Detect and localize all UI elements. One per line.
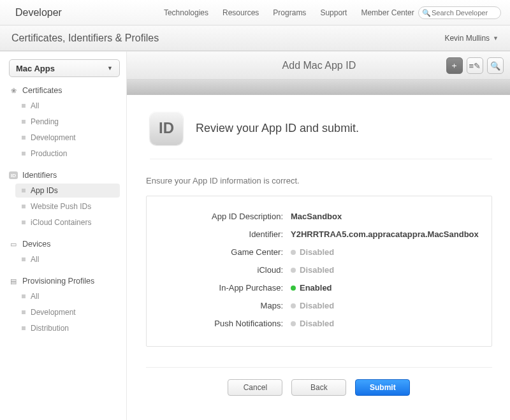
square-icon xyxy=(22,205,26,208)
row-identifier: Identifier: Y2HRRTRAA5.com.appracatappra… xyxy=(159,229,479,239)
steel-bar xyxy=(127,80,510,95)
sidebar-item-cert-pending[interactable]: Pending xyxy=(15,115,120,129)
sidebar-item-label: App IDs xyxy=(31,186,58,195)
sidebar-item-cert-production[interactable]: Production xyxy=(15,147,120,161)
sidebar-item-label: All xyxy=(31,292,39,301)
ribbon-icon: ❀ xyxy=(9,86,18,95)
user-name: Kevin Mullins xyxy=(444,34,490,43)
sidebar-head-label: Identifiers xyxy=(22,171,57,180)
field-label: Push Notifications: xyxy=(159,319,291,328)
search-button[interactable]: 🔍 xyxy=(487,57,504,74)
sidebar-item-devices-all[interactable]: All xyxy=(15,252,120,266)
field-label: App ID Description: xyxy=(159,212,291,221)
cancel-button[interactable]: Cancel xyxy=(228,379,282,396)
sidebar-item-label: All xyxy=(31,101,39,110)
field-value: Enabled xyxy=(291,283,332,293)
sidebar-item-label: Website Push IDs xyxy=(31,202,91,211)
sidebar-item-prov-all[interactable]: All xyxy=(15,289,120,303)
status-text: Enabled xyxy=(300,283,332,293)
sidebar-item-label: Pending xyxy=(31,117,59,126)
row-push: Push Notifications: Disabled xyxy=(159,319,479,328)
status-text: Disabled xyxy=(300,247,334,257)
sidebar-item-prov-distribution[interactable]: Distribution xyxy=(15,321,120,335)
nav-programs[interactable]: Programs xyxy=(273,8,306,17)
status-dot-icon xyxy=(291,268,296,273)
app-id-panel: App ID Description: MacSandbox Identifie… xyxy=(146,196,492,347)
status-text: Disabled xyxy=(300,301,334,310)
submit-button[interactable]: Submit xyxy=(355,379,410,396)
content-inner: ID Review your App ID and submit. Ensure… xyxy=(127,95,510,420)
review-head: ID Review your App ID and submit. xyxy=(150,112,492,159)
chevron-down-icon: ▼ xyxy=(493,35,499,41)
search-input[interactable] xyxy=(418,6,501,19)
document-icon: ▤ xyxy=(9,277,18,286)
field-label: In-App Purchase: xyxy=(159,283,291,293)
square-icon xyxy=(22,120,26,124)
sidebar-item-website-push-ids[interactable]: Website Push IDs xyxy=(15,199,120,214)
square-icon xyxy=(22,257,26,261)
content: Add Mac App ID ＋ ≡✎ 🔍 ID Review your App… xyxy=(127,52,510,420)
nav-technologies[interactable]: Technologies xyxy=(164,8,208,17)
sidebar-item-label: iCloud Containers xyxy=(31,218,91,227)
row-iap: In-App Purchase: Enabled xyxy=(159,283,479,293)
sidebar-head-identifiers[interactable]: ID Identifiers xyxy=(9,171,120,180)
user-menu[interactable]: Kevin Mullins ▼ xyxy=(444,34,499,43)
sidebar-head-devices[interactable]: ▭ Devices xyxy=(9,240,120,249)
status-dot-icon xyxy=(291,303,296,308)
row-maps: Maps: Disabled xyxy=(159,301,479,310)
subheader: Certificates, Identifiers & Profiles Kev… xyxy=(0,25,510,51)
sidebar-section-certificates: ❀ Certificates All Pending Development P… xyxy=(9,86,120,161)
sidebar-item-label: Development xyxy=(31,133,76,142)
status-text: Disabled xyxy=(300,265,334,275)
footer-buttons: Cancel Back Submit xyxy=(146,367,492,405)
sidebar-item-icloud-containers[interactable]: iCloud Containers xyxy=(15,215,120,229)
sidebar-item-label: All xyxy=(31,255,39,264)
square-icon xyxy=(22,221,26,224)
sidebar-item-prov-development[interactable]: Development xyxy=(15,305,120,319)
sidebar-item-app-ids[interactable]: App IDs xyxy=(15,184,120,198)
search-icon: 🔍 xyxy=(490,61,500,71)
sidebar-head-label: Provisioning Profiles xyxy=(22,277,94,286)
row-description: App ID Description: MacSandbox xyxy=(159,212,479,221)
edit-button[interactable]: ≡✎ xyxy=(467,57,483,74)
nav-member-center[interactable]: Member Center xyxy=(361,8,414,17)
sidebar-item-label: Production xyxy=(31,149,67,158)
search-wrap: 🔍 xyxy=(418,6,501,19)
field-label: Identifier: xyxy=(159,229,291,239)
main-layout: Mac Apps ▼ ❀ Certificates All Pending De… xyxy=(0,51,510,420)
nav-resources[interactable]: Resources xyxy=(222,8,259,17)
sidebar-section-devices: ▭ Devices All xyxy=(9,240,120,266)
sidebar-item-label: Distribution xyxy=(31,324,69,333)
square-icon xyxy=(22,136,26,140)
sidebar-head-certificates[interactable]: ❀ Certificates xyxy=(9,86,120,95)
field-value: MacSandbox xyxy=(291,212,342,221)
id-card-icon: ID xyxy=(9,171,18,179)
topnav-links: Technologies Resources Programs Support … xyxy=(164,8,414,17)
sidebar-item-cert-development[interactable]: Development xyxy=(15,131,120,145)
sidebar-section-identifiers: ID Identifiers App IDs Website Push IDs … xyxy=(9,171,120,229)
content-topbar: Add Mac App ID ＋ ≡✎ 🔍 xyxy=(127,52,510,80)
sidebar-item-cert-all[interactable]: All xyxy=(15,99,120,113)
field-label: Game Center: xyxy=(159,247,291,257)
back-button[interactable]: Back xyxy=(291,379,346,396)
sidebar: Mac Apps ▼ ❀ Certificates All Pending De… xyxy=(0,52,127,420)
plus-icon: ＋ xyxy=(450,60,458,71)
add-button[interactable]: ＋ xyxy=(446,57,463,74)
top-nav: Developer Technologies Resources Program… xyxy=(0,0,510,25)
sidebar-head-provisioning[interactable]: ▤ Provisioning Profiles xyxy=(9,277,120,286)
platform-select[interactable]: Mac Apps ▼ xyxy=(9,59,120,77)
brand-label: Developer xyxy=(15,7,62,18)
field-value: Y2HRRTRAA5.com.appracatappra.MacSandbox xyxy=(291,229,479,239)
status-text: Disabled xyxy=(300,319,334,328)
square-icon xyxy=(22,104,26,108)
square-icon xyxy=(22,189,26,192)
nav-support[interactable]: Support xyxy=(320,8,347,17)
devices-icon: ▭ xyxy=(9,240,18,249)
status-dot-icon xyxy=(291,250,296,255)
id-badge-icon: ID xyxy=(150,112,183,145)
status-dot-icon xyxy=(291,286,296,291)
status-dot-icon xyxy=(291,321,296,326)
field-value: Disabled xyxy=(291,265,334,275)
ensure-text: Ensure your App ID information is correc… xyxy=(146,176,492,185)
field-label: iCloud: xyxy=(159,265,291,275)
